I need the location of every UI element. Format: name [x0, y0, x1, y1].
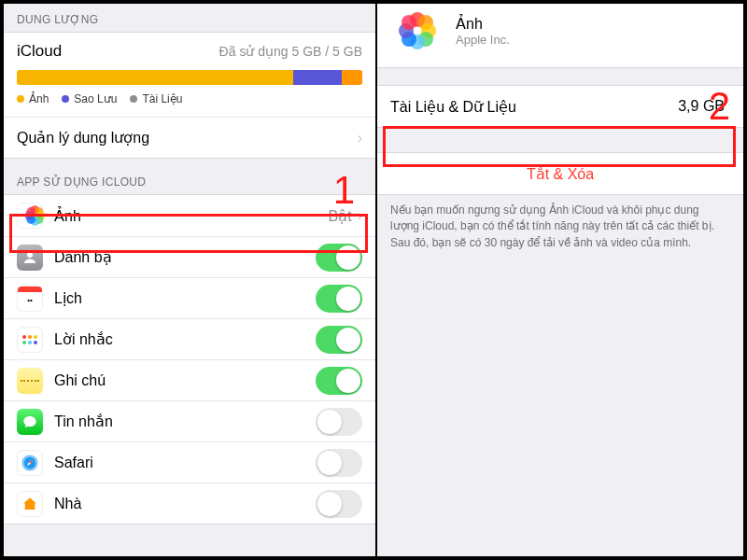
storage-block: iCloud Đã sử dụng 5 GB / 5 GB Ảnh Sao Lư… [4, 32, 375, 159]
toggle-messages[interactable] [316, 408, 362, 436]
legend-label-docs: Tài Liệu [142, 92, 182, 105]
legend-dot-photos [17, 95, 24, 103]
apps-list: Ảnh Bật › Danh bạ••LịchLời nhắcGhi chúTi… [4, 194, 375, 525]
app-name: Ảnh [456, 15, 510, 33]
messages-icon [17, 409, 43, 435]
app-row-home[interactable]: Nhà [4, 483, 375, 524]
contacts-icon [17, 245, 43, 271]
chevron-right-icon: › [358, 130, 362, 147]
app-publisher: Apple Inc. [456, 33, 510, 47]
legend-dot-backup [62, 95, 69, 103]
manage-storage-row[interactable]: Quản lý dung lượng › [4, 117, 375, 158]
app-row-messages[interactable]: Tin nhắn [4, 400, 375, 441]
app-row-safari[interactable]: Safari [4, 441, 375, 483]
disable-delete-button[interactable]: Tắt & Xóa [377, 153, 743, 194]
storage-usage: Đã sử dụng 5 GB / 5 GB [219, 44, 362, 59]
photos-icon [390, 4, 444, 58]
app-row-notes[interactable]: Ghi chú [4, 359, 375, 400]
legend-label-photos: Ảnh [29, 92, 49, 105]
app-row-label: Tin nhắn [54, 413, 316, 430]
toggle-notes[interactable] [316, 367, 362, 395]
storage-seg-backup [293, 70, 342, 85]
home-icon [17, 491, 43, 517]
toggle-contacts[interactable] [316, 244, 362, 272]
storage-bar [17, 70, 362, 85]
storage-section-header: DUNG LƯỢNG [4, 4, 375, 32]
storage-seg-docs [342, 70, 362, 85]
svg-point-0 [27, 252, 33, 258]
footer-note: Nếu bạn muốn ngưng sử dụng Ảnh iCloud và… [377, 195, 743, 251]
app-row-contacts[interactable]: Danh bạ [4, 236, 375, 277]
app-row-calendar[interactable]: ••Lịch [4, 277, 375, 318]
app-header: Ảnh Apple Inc. [377, 4, 743, 68]
storage-legend: Ảnh Sao Lưu Tài Liệu [17, 85, 362, 117]
storage-seg-photos [17, 70, 293, 85]
legend-label-backup: Sao Lưu [74, 92, 117, 105]
app-row-label: Danh bạ [54, 248, 316, 266]
legend-dot-docs [130, 95, 137, 103]
photos-icon [17, 203, 43, 229]
app-row-label: Lịch [54, 289, 316, 307]
app-row-photos-label: Ảnh [54, 207, 329, 225]
app-row-label: Safari [54, 455, 316, 471]
manage-storage-label: Quản lý dung lượng [17, 129, 358, 147]
toggle-safari[interactable] [316, 449, 362, 477]
disable-delete-label: Tắt & Xóa [390, 165, 730, 183]
notes-icon [17, 368, 43, 394]
chevron-right-icon: › [358, 207, 362, 224]
left-pane: DUNG LƯỢNG iCloud Đã sử dụng 5 GB / 5 GB… [4, 4, 375, 556]
toggle-reminders[interactable] [316, 326, 362, 354]
app-row-photos-state: Bật [329, 207, 352, 225]
toggle-calendar[interactable] [316, 285, 362, 313]
documents-data-size: 3,9 GB [678, 98, 725, 115]
apps-section-header: APP SỬ DỤNG ICLOUD [4, 159, 375, 194]
documents-data-row[interactable]: Tài Liệu & Dữ Liệu 3,9 GB [377, 86, 743, 127]
action-block: Tắt & Xóa [377, 152, 743, 195]
app-row-label: Nhà [54, 496, 316, 512]
right-pane: Ảnh Apple Inc. Tài Liệu & Dữ Liệu 3,9 GB… [377, 4, 743, 556]
reminders-icon [17, 327, 43, 353]
safari-icon [17, 450, 43, 476]
storage-service: iCloud [17, 42, 62, 61]
app-row-reminders[interactable]: Lời nhắc [4, 318, 375, 359]
app-row-label: Ghi chú [54, 372, 316, 389]
documents-data-label: Tài Liệu & Dữ Liệu [390, 98, 678, 116]
data-size-block: Tài Liệu & Dữ Liệu 3,9 GB [377, 85, 743, 128]
toggle-home[interactable] [316, 490, 362, 518]
calendar-icon: •• [17, 286, 43, 312]
app-row-label: Lời nhắc [54, 330, 316, 348]
app-row-photos[interactable]: Ảnh Bật › [4, 195, 375, 236]
